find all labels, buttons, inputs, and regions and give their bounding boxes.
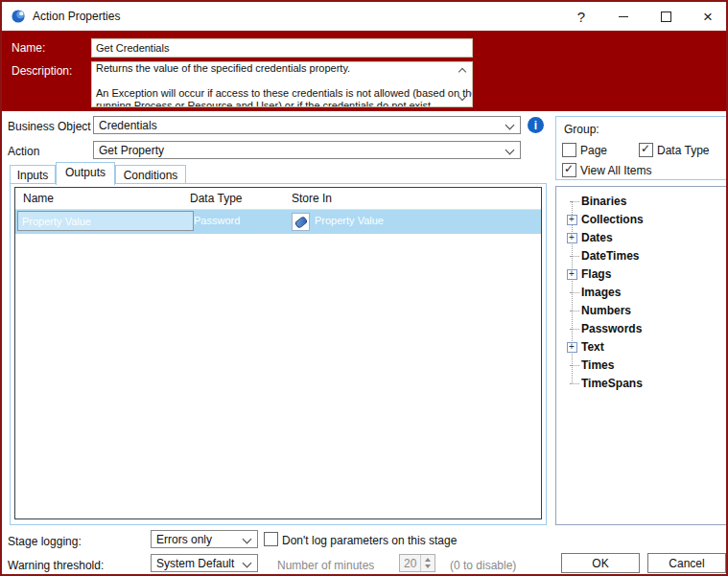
page-checkbox[interactable] [562,143,576,157]
group-panel: Group: Page Data Type View All Items [555,116,728,180]
business-object-value: Credentials [99,119,157,132]
expand-plus-icon[interactable] [567,269,577,280]
column-header-name: Name [23,192,54,205]
page-checkbox-label: Page [580,144,607,157]
output-store-in[interactable]: Property Value [315,215,384,226]
tree-branch-line [570,383,579,384]
stepper-down-icon[interactable] [425,564,431,568]
chevron-down-icon [505,146,515,155]
description-label: Description: [12,64,72,78]
description-line [92,75,472,87]
output-data-type: Password [194,215,240,226]
view-all-items-label: View All Items [580,164,651,177]
tree-branch-line [570,329,579,330]
number-of-minutes-label: Number of minutes [277,559,374,572]
titlebar[interactable]: Action Properties ? [2,2,726,31]
outputs-grid: Name Data Type Store In Property Value P… [14,187,542,519]
grid-header: Name Data Type Store In [15,188,541,210]
tree-item-label: Images [581,286,621,299]
tree-item-timespans[interactable]: TimeSpans [556,375,727,393]
stage-logging-label: Stage logging: [8,535,82,548]
chevron-down-icon [505,121,515,130]
maximize-icon[interactable] [657,8,674,25]
action-value: Get Property [99,144,164,157]
tree-branch-line [570,201,579,202]
expand-plus-icon[interactable] [567,215,577,225]
stage-logging-select[interactable]: Errors only [151,530,258,548]
cancel-button[interactable]: Cancel [647,553,726,573]
tree-item-label: DateTimes [581,249,639,263]
data-type-checkbox-label: Data Type [657,144,709,157]
tree-item-label: Times [581,358,614,372]
expand-plus-icon[interactable] [567,342,577,353]
name-input[interactable] [91,38,473,58]
description-line: An Exception will occur if access to the… [92,87,472,100]
tree-branch-line [570,311,579,311]
info-icon[interactable] [528,117,544,133]
tree-item-collections[interactable]: Collections [556,211,727,229]
tab-inputs[interactable]: Inputs [10,165,56,184]
tree-item-label: Flags [581,267,611,281]
stage-header: Name: Description: Returns the value of … [2,31,726,111]
data-type-checkbox[interactable] [639,143,653,157]
blueprism-logo-icon [11,9,26,24]
tree-item-flags[interactable]: Flags [556,265,727,284]
minimize-icon[interactable] [615,8,632,25]
tree-branch-line [570,292,579,293]
tree-item-label: Binaries [581,195,626,208]
tree-branch-line [570,256,579,257]
description-line: running Process or Resource and User) or… [92,100,472,107]
action-select[interactable]: Get Property [93,141,521,159]
view-all-items-checkbox[interactable] [562,163,576,177]
datatype-tree: BinariesCollectionsDatesDateTimesFlagsIm… [556,193,727,393]
column-header-store-in: Store In [292,192,332,205]
window-title: Action Properties [33,10,120,23]
tree-item-passwords[interactable]: Passwords [556,320,727,338]
help-icon[interactable]: ? [573,8,590,25]
dont-log-parameters-label: Don't log parameters on this stage [282,534,457,547]
description-line: Returns the value of the specified crede… [92,62,472,75]
tree-item-label: Numbers [581,304,631,317]
table-row[interactable]: Property Value Password Property Value [15,210,541,234]
dont-log-parameters-checkbox[interactable] [264,532,278,546]
warning-threshold-label: Warning threshold: [8,559,104,572]
tab-outputs[interactable]: Outputs [56,162,115,185]
tree-item-binaries[interactable]: Binaries [556,193,727,211]
group-label: Group: [564,123,599,136]
tree-item-label: Collections [581,213,644,226]
tree-branch-line [570,365,579,366]
minutes-value: 20 [404,557,416,570]
tab-conditions[interactable]: Conditions [115,165,186,184]
tree-item-label: TimeSpans [581,377,643,390]
datatype-tree-panel: BinariesCollectionsDatesDateTimesFlagsIm… [555,186,728,525]
warning-threshold-select[interactable]: System Default [151,554,258,572]
stepper-up-icon[interactable] [425,558,431,562]
business-object-label: Business Object [8,120,91,133]
tree-item-dates[interactable]: Dates [556,229,727,247]
data-item-icon[interactable] [292,213,310,231]
ok-button[interactable]: OK [561,553,640,573]
tree-item-text[interactable]: Text [556,338,727,357]
disable-hint-label: (0 to disable) [450,559,516,572]
chevron-down-icon [243,559,252,568]
tree-item-label: Text [581,340,604,354]
tree-item-images[interactable]: Images [556,284,727,302]
minutes-stepper[interactable]: 20 [399,554,435,572]
outputs-tab-panel: Name Data Type Store In Property Value P… [10,183,547,525]
output-name-field[interactable]: Property Value [17,211,194,231]
close-icon[interactable] [699,8,716,25]
action-properties-dialog: Action Properties ? Name: Description: R… [0,0,728,576]
tree-item-times[interactable]: Times [556,357,727,375]
business-object-select[interactable]: Credentials [93,116,521,134]
chevron-down-icon [243,535,252,544]
tree-item-numbers[interactable]: Numbers [556,302,727,320]
column-header-data-type: Data Type [190,192,242,205]
description-textarea[interactable]: Returns the value of the specified crede… [91,61,473,107]
warning-threshold-value: System Default [156,557,234,570]
action-label: Action [8,145,39,158]
name-label: Name: [12,41,45,55]
tree-item-datetimes[interactable]: DateTimes [556,247,727,265]
tree-item-label: Dates [581,231,613,244]
tree-item-label: Passwords [581,322,642,335]
expand-plus-icon[interactable] [567,233,577,243]
